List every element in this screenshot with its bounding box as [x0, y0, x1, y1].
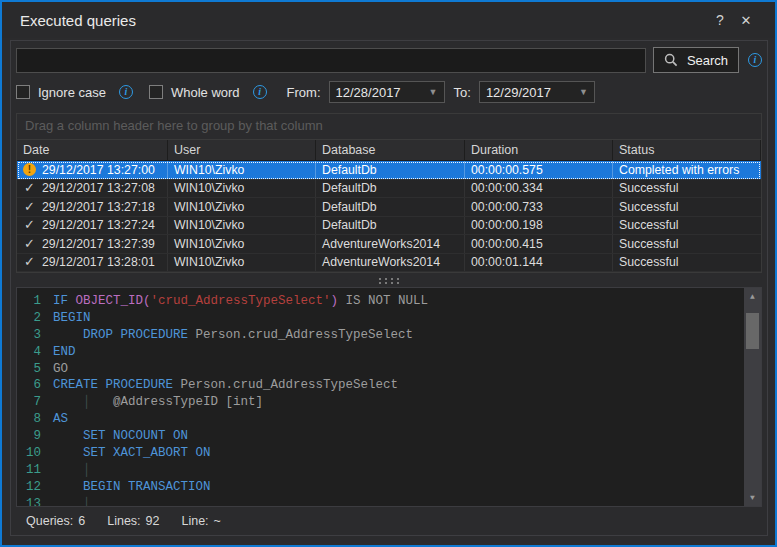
line-number: 10: [17, 445, 53, 462]
success-icon: ✓: [23, 198, 36, 216]
executed-queries-dialog: Executed queries ? ✕ Search i Ignore cas…: [0, 0, 777, 547]
code-line: 8AS: [17, 411, 741, 428]
line-number: 11: [17, 462, 53, 479]
line-number: 9: [17, 428, 53, 445]
code-text: BEGIN: [53, 310, 91, 327]
ignore-case-info-icon[interactable]: i: [119, 85, 133, 99]
scroll-up-icon[interactable]: ▲: [744, 288, 761, 305]
grid-rows: !29/12/2017 13:27:00WIN10\ZivkoDefaultDb…: [17, 161, 761, 272]
line-number: 4: [17, 344, 53, 361]
line-number: 1: [17, 293, 53, 310]
scrollbar-thumb[interactable]: [746, 313, 759, 349]
user-cell: WIN10\Zivko: [168, 217, 316, 235]
code-token: [53, 497, 83, 507]
code-text: CREATE PROCEDURE Person.crud_AddressType…: [53, 377, 398, 394]
duration-cell: 00:00:00.198: [465, 217, 613, 235]
date-value: 29/12/2017 13:27:18: [42, 198, 155, 216]
code-token: [53, 395, 83, 409]
code-text: SET XACT_ABORT ON: [53, 445, 211, 462]
table-row[interactable]: ✓29/12/2017 13:27:24WIN10\ZivkoDefaultDb…: [17, 217, 761, 236]
column-header-duration[interactable]: Duration: [465, 140, 613, 160]
code-line: 3 DROP PROCEDURE Person.crud_AddressType…: [17, 327, 741, 344]
help-button[interactable]: ?: [707, 12, 733, 28]
from-date-value: 12/28/2017: [336, 85, 429, 100]
table-row[interactable]: ✓29/12/2017 13:28:01WIN10\ZivkoAdventure…: [17, 254, 761, 273]
whole-word-checkbox[interactable]: [149, 85, 163, 99]
status-item: Line:~: [181, 514, 220, 528]
user-cell: WIN10\Zivko: [168, 254, 316, 272]
database-cell: DefaultDb: [316, 161, 465, 179]
code-token: [53, 480, 83, 494]
database-cell: DefaultDb: [316, 180, 465, 198]
code-line: 10 SET XACT_ABORT ON: [17, 445, 741, 462]
code-token: │: [83, 497, 91, 507]
code-token: SET NOCOUNT ON: [83, 429, 188, 443]
line-number: 13: [17, 496, 53, 507]
code-token: AS: [53, 412, 68, 426]
column-header-status[interactable]: Status: [613, 140, 761, 160]
code-token: IS NOT NULL: [338, 294, 428, 308]
code-token: Person.crud_AddressTypeSelect: [196, 328, 414, 342]
search-button[interactable]: Search: [653, 47, 739, 73]
line-number: 7: [17, 394, 53, 411]
status-label: Line:: [181, 514, 208, 528]
code-line: 2BEGIN: [17, 310, 741, 327]
table-row[interactable]: ✓29/12/2017 13:27:39WIN10\ZivkoAdventure…: [17, 235, 761, 254]
database-cell: DefaultDb: [316, 198, 465, 216]
status-item: Queries:6: [26, 514, 85, 528]
scroll-down-icon[interactable]: ▼: [744, 489, 761, 506]
duration-cell: 00:00:00.415: [465, 235, 613, 253]
code-token: [53, 328, 83, 342]
splitter-handle[interactable]: [16, 273, 762, 287]
database-cell: AdventureWorks2014: [316, 254, 465, 272]
search-info-icon[interactable]: i: [748, 53, 762, 67]
code-text: GO: [53, 361, 68, 378]
database-cell: AdventureWorks2014: [316, 235, 465, 253]
title-bar: Executed queries ? ✕: [2, 2, 775, 38]
from-date-dropdown[interactable]: 12/28/2017 ▼: [329, 81, 445, 103]
database-cell: DefaultDb: [316, 217, 465, 235]
date-cell: ✓29/12/2017 13:27:24: [17, 217, 168, 235]
column-header-user[interactable]: User: [168, 140, 316, 160]
code-token: @AddressTypeID [int]: [113, 395, 263, 409]
to-date-dropdown[interactable]: 12/29/2017 ▼: [479, 81, 595, 103]
table-row[interactable]: ✓29/12/2017 13:27:18WIN10\ZivkoDefaultDb…: [17, 198, 761, 217]
status-item: Lines:92: [107, 514, 159, 528]
status-cell: Successful: [613, 254, 761, 272]
code-token: [53, 446, 83, 460]
table-row[interactable]: !29/12/2017 13:27:00WIN10\ZivkoDefaultDb…: [17, 161, 761, 180]
line-number: 2: [17, 310, 53, 327]
user-cell: WIN10\Zivko: [168, 235, 316, 253]
code-token: BEGIN TRANSACTION: [83, 480, 211, 494]
editor-scrollbar[interactable]: ▲ ▼: [744, 288, 761, 506]
success-icon: ✓: [23, 235, 36, 253]
status-cell: Successful: [613, 235, 761, 253]
chevron-down-icon: ▼: [579, 87, 588, 97]
close-button[interactable]: ✕: [733, 13, 759, 28]
success-icon: ✓: [23, 217, 36, 235]
ignore-case-label: Ignore case: [38, 85, 106, 100]
code-line: 5GO: [17, 361, 741, 378]
ignore-case-checkbox[interactable]: [16, 85, 30, 99]
search-input[interactable]: [16, 48, 646, 73]
code-token: IF: [53, 294, 76, 308]
date-cell: ✓29/12/2017 13:28:01: [17, 254, 168, 272]
scrollbar-track[interactable]: [744, 305, 761, 489]
date-cell: ✓29/12/2017 13:27:08: [17, 180, 168, 198]
search-row: Search i: [16, 47, 762, 73]
table-row[interactable]: ✓29/12/2017 13:27:08WIN10\ZivkoDefaultDb…: [17, 180, 761, 199]
group-by-bar[interactable]: Drag a column header here to group by th…: [17, 114, 761, 139]
status-label: Lines:: [107, 514, 140, 528]
code-text: BEGIN TRANSACTION: [53, 479, 211, 496]
column-header-database[interactable]: Database: [316, 140, 465, 160]
sql-editor[interactable]: 1IF OBJECT_ID('crud_AddressTypeSelect') …: [16, 287, 762, 507]
code-line: 13 │: [17, 496, 741, 507]
column-header-date[interactable]: Date: [17, 140, 168, 160]
date-cell: !29/12/2017 13:27:00: [17, 161, 168, 179]
user-cell: WIN10\Zivko: [168, 161, 316, 179]
code-token: SET XACT_ABORT ON: [83, 446, 211, 460]
code-text: │: [53, 496, 91, 507]
search-icon: [664, 53, 678, 67]
date-value: 29/12/2017 13:27:08: [42, 180, 155, 198]
whole-word-info-icon[interactable]: i: [253, 85, 267, 99]
